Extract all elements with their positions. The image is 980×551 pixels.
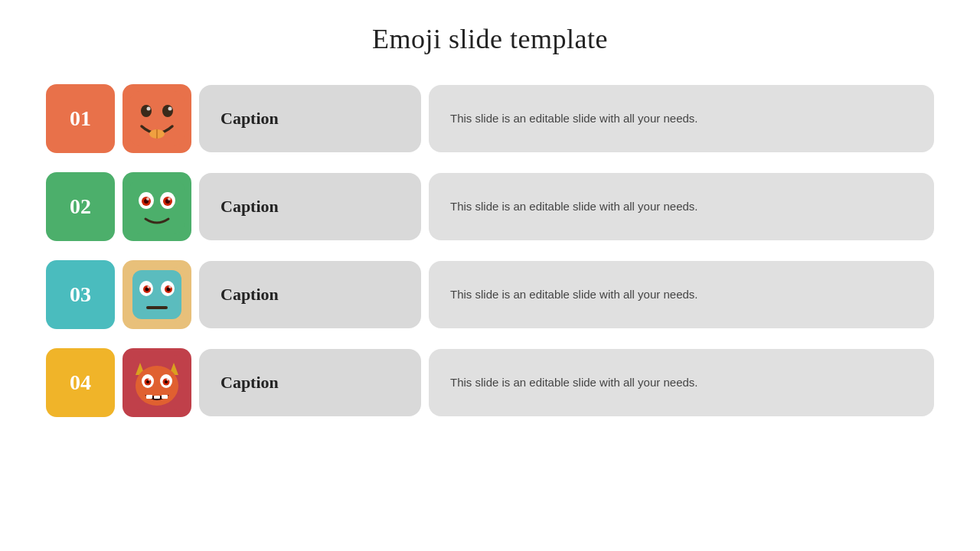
svg-rect-41 bbox=[162, 395, 168, 399]
svg-rect-40 bbox=[154, 396, 160, 399]
desc-box-3[interactable]: This slide is an editable slide with all… bbox=[429, 261, 934, 328]
row-2: 02 bbox=[46, 166, 934, 246]
svg-point-37 bbox=[149, 378, 151, 380]
row-4: 04 bbox=[46, 342, 934, 422]
desc-text-3: This slide is an editable slide with all… bbox=[450, 288, 698, 301]
svg-rect-7 bbox=[129, 179, 185, 234]
number-box-2: 02 bbox=[46, 172, 115, 241]
desc-box-2[interactable]: This slide is an editable slide with all… bbox=[429, 173, 934, 240]
svg-point-35 bbox=[146, 380, 149, 383]
row-3: 03 bbox=[46, 254, 934, 334]
number-box-4: 04 bbox=[46, 348, 115, 417]
row-1: 01 Ca bbox=[46, 78, 934, 158]
number-3: 03 bbox=[70, 282, 91, 307]
desc-text-1: This slide is an editable slide with all… bbox=[450, 112, 698, 125]
number-box-3: 03 bbox=[46, 260, 115, 329]
svg-point-3 bbox=[147, 106, 151, 110]
caption-label-1: Caption bbox=[220, 109, 279, 129]
caption-label-2: Caption bbox=[220, 197, 279, 217]
caption-box-3[interactable]: Caption bbox=[199, 261, 421, 328]
svg-point-2 bbox=[162, 105, 173, 117]
emoji-box-3 bbox=[122, 260, 191, 329]
svg-point-25 bbox=[168, 285, 172, 289]
caption-label-3: Caption bbox=[220, 285, 279, 305]
desc-text-4: This slide is an editable slide with all… bbox=[450, 376, 698, 389]
number-4: 04 bbox=[70, 370, 91, 395]
slide-title: Emoji slide template bbox=[372, 23, 608, 55]
number-1: 01 bbox=[70, 106, 91, 131]
emoji-box-4 bbox=[122, 348, 191, 417]
caption-box-2[interactable]: Caption bbox=[199, 173, 421, 240]
number-2: 02 bbox=[70, 194, 91, 219]
slide: Emoji slide template 01 bbox=[0, 0, 980, 551]
svg-point-38 bbox=[167, 378, 169, 380]
number-box-1: 01 bbox=[46, 84, 115, 153]
rows-container: 01 Ca bbox=[46, 78, 934, 422]
emoji-face-2 bbox=[126, 176, 188, 237]
emoji-face-4 bbox=[126, 352, 188, 413]
svg-rect-26 bbox=[146, 306, 168, 309]
emoji-face-1 bbox=[126, 88, 188, 149]
svg-point-15 bbox=[168, 197, 171, 201]
svg-point-4 bbox=[168, 106, 172, 110]
svg-point-14 bbox=[146, 197, 149, 201]
desc-text-2: This slide is an editable slide with all… bbox=[450, 200, 698, 213]
svg-point-24 bbox=[147, 285, 150, 289]
svg-rect-17 bbox=[132, 270, 181, 319]
svg-point-1 bbox=[141, 105, 152, 117]
emoji-face-3 bbox=[126, 264, 188, 325]
desc-box-1[interactable]: This slide is an editable slide with all… bbox=[429, 85, 934, 152]
caption-box-1[interactable]: Caption bbox=[199, 85, 421, 152]
caption-label-4: Caption bbox=[220, 373, 279, 393]
desc-box-4[interactable]: This slide is an editable slide with all… bbox=[429, 349, 934, 416]
caption-box-4[interactable]: Caption bbox=[199, 349, 421, 416]
svg-point-36 bbox=[165, 380, 168, 383]
svg-rect-39 bbox=[146, 395, 152, 399]
emoji-box-2 bbox=[122, 172, 191, 241]
emoji-box-1 bbox=[122, 84, 191, 153]
